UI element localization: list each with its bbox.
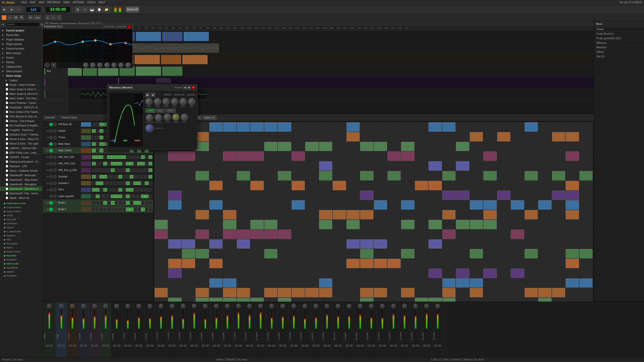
browser-footer-item-5[interactable]: ▶ Envelopes [0, 221, 43, 225]
browser-item-27[interactable]: 📄MDK ft Miss Lina - Leap of Faith [0, 150, 43, 155]
browser-item-19[interactable]: 📄Chris Bulman & Sarju Jagar - No Escape [0, 114, 43, 119]
browser-item-3[interactable]: ▶Plugin presets [0, 42, 43, 46]
step-grid-btn-8-27[interactable] [525, 200, 538, 210]
step-grid-btn-6-4[interactable] [209, 181, 223, 190]
step-grid-btn-16-19[interactable] [415, 278, 428, 288]
eq-knob-5[interactable] [111, 63, 116, 68]
step-grid-btn-13-3[interactable] [195, 249, 209, 258]
step-grid-btn-13-8[interactable] [264, 249, 277, 258]
maximus-gain-knob[interactable] [154, 98, 161, 105]
undo-button[interactable]: ↩ [51, 15, 56, 20]
mixer-pan-knob-19[interactable] [258, 304, 263, 308]
browser-footer-item-7[interactable]: ▶ IL shared data [0, 230, 43, 234]
step-grid-btn-17-17[interactable] [387, 288, 401, 297]
mixer-pan-knob-6[interactable] [114, 304, 119, 308]
step-grid-btn-1-26[interactable] [511, 132, 524, 142]
step-btn-4-2[interactable] [100, 149, 103, 152]
step-btn-3-2[interactable] [100, 142, 103, 146]
step-btn-10-12[interactable] [137, 188, 141, 192]
mixer-solo-btn-35[interactable] [434, 345, 437, 347]
step-grid-btn-9-19[interactable] [415, 210, 428, 219]
step-grid-btn-10-29[interactable] [552, 220, 565, 229]
mixer-track-35[interactable]: Insert 35 [432, 302, 443, 357]
maximus-prev-btn[interactable]: ◀ [183, 86, 187, 89]
maximus-pre-knob[interactable] [145, 98, 152, 105]
step-grid-btn-2-7[interactable] [250, 142, 264, 151]
ch-color-0[interactable] [81, 122, 91, 127]
step-grid-btn-5-7[interactable] [250, 171, 264, 180]
step-grid-btn-14-9[interactable] [278, 259, 291, 268]
maximus-mix-knob[interactable] [181, 114, 188, 121]
step-btn-4-1[interactable] [96, 149, 99, 152]
step-grid-btn-9-24[interactable] [483, 210, 497, 219]
step-grid-btn-2-14[interactable] [346, 142, 360, 151]
step-btn-12-6[interactable] [115, 201, 118, 205]
step-btn-13-10[interactable] [130, 208, 133, 211]
menu-view[interactable]: VIEW [63, 1, 70, 4]
step-grid-btn-4-30[interactable] [566, 161, 579, 171]
step-grid-btn-7-0[interactable] [154, 191, 168, 200]
step-btn-12-1[interactable] [96, 201, 99, 205]
step-grid-btn-16-20[interactable] [428, 278, 442, 288]
step-grid-btn-1-28[interactable] [538, 132, 551, 142]
eq-knob-6[interactable] [118, 63, 124, 68]
step-grid-btn-2-6[interactable] [237, 142, 250, 151]
step-grid-btn-7-2[interactable] [182, 191, 195, 200]
step-grid-btn-4-25[interactable] [497, 161, 510, 171]
mixer-mute-btn-1[interactable] [62, 345, 65, 347]
mixer-mute-btn-27[interactable] [350, 345, 353, 347]
step-grid-btn-11-18[interactable] [401, 230, 414, 239]
step-grid-btn-2-12[interactable] [319, 142, 332, 151]
step-grid-btn-15-14[interactable] [346, 268, 360, 278]
step-grid-btn-4-4[interactable] [209, 161, 223, 171]
browser-footer-item-9[interactable]: ▶ Misc [0, 238, 43, 242]
step-grid-btn-13-24[interactable] [483, 249, 497, 258]
step-grid-btn-8-25[interactable] [497, 200, 510, 210]
step-grid-btn-8-13[interactable] [333, 200, 346, 210]
step-grid-btn-12-29[interactable] [552, 239, 565, 249]
mixer-solo-btn-22[interactable] [290, 345, 293, 347]
step-btn-10-7[interactable] [118, 188, 122, 192]
eq-knob-4[interactable] [104, 63, 109, 68]
step-grid-btn-11-15[interactable] [360, 230, 373, 239]
step-grid-btn-1-22[interactable] [456, 132, 469, 142]
step-grid-btn-17-20[interactable] [428, 288, 442, 297]
step-grid-btn-15-10[interactable] [292, 268, 305, 278]
step-grid-btn-1-16[interactable] [374, 132, 387, 142]
block-bass-5[interactable] [136, 32, 161, 41]
step-btn-10-6[interactable] [115, 188, 118, 192]
step-grid-btn-13-19[interactable] [415, 249, 428, 258]
step-grid-btn-7-20[interactable] [428, 191, 442, 200]
step-grid-btn-3-6[interactable] [237, 151, 250, 161]
step-grid-btn-12-25[interactable] [497, 239, 510, 249]
step-grid-btn-5-24[interactable] [483, 171, 497, 180]
step-btn-10-10[interactable] [130, 188, 133, 192]
step-grid-btn-12-5[interactable] [223, 239, 236, 249]
step-btn-11-1[interactable] [96, 195, 99, 198]
step-grid-btn-3-18[interactable] [401, 151, 414, 161]
step-btn-8-3[interactable] [103, 175, 107, 178]
mixer-track-10[interactable]: Insert 10 [155, 302, 167, 357]
step-grid-btn-12-7[interactable] [250, 239, 264, 249]
mixer-solo-btn-2[interactable] [69, 345, 72, 347]
step-grid-btn-0-13[interactable] [333, 122, 346, 132]
step-grid-btn-11-2[interactable] [182, 230, 195, 239]
snap-button[interactable]: ⊠ [28, 15, 33, 20]
step-grid-btn-0-24[interactable] [483, 122, 497, 132]
mixer-track-8[interactable]: Insert 8 [133, 302, 144, 357]
channel-row-10[interactable]: 11 FM 2 [43, 187, 153, 193]
step-grid-btn-8-22[interactable] [456, 200, 469, 210]
mixer-mute-btn-6[interactable] [117, 345, 120, 347]
mixer-pan-knob-33[interactable] [413, 304, 418, 308]
step-grid-btn-3-9[interactable] [278, 151, 291, 161]
step-grid-btn-8-14[interactable] [346, 200, 360, 210]
step-grid-btn-16-7[interactable] [250, 278, 264, 288]
browser-item-25[interactable]: 📄Kieron & Gore - The Light [0, 141, 43, 146]
step-grid-btn-10-28[interactable] [538, 220, 551, 229]
step-grid-btn-0-30[interactable] [566, 122, 579, 132]
step-grid-btn-15-16[interactable] [374, 268, 387, 278]
step-btn-6-2[interactable] [100, 162, 103, 165]
mixer-mute-btn-12[interactable] [184, 345, 187, 347]
step-btn-13-8[interactable] [122, 208, 126, 211]
step-btn-7-6[interactable] [115, 168, 118, 172]
